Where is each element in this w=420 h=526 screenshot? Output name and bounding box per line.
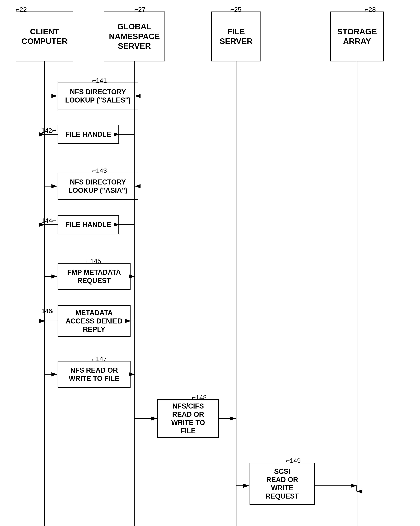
ref-27: ⌐27 xyxy=(134,6,146,13)
msg-141: NFS DIRECTORYLOOKUP ("SALES") xyxy=(58,82,138,110)
sequence-diagram: CLIENTCOMPUTER ⌐22 GLOBALNAMESPACESERVER… xyxy=(0,0,420,526)
ref-149: ⌐149 xyxy=(286,457,301,464)
msg-149: SCSIREAD ORWRITEREQUEST xyxy=(250,463,315,505)
ref-144: 144⌐ xyxy=(41,217,56,224)
ref-146: 146⌐ xyxy=(41,307,56,315)
msg-145: FMP METADATAREQUEST xyxy=(58,263,130,290)
entity-fileserver: FILESERVER xyxy=(211,11,261,61)
ref-22: ⌐22 xyxy=(16,6,27,13)
ref-142: 142⌐ xyxy=(41,127,56,134)
msg-148: NFS/CIFSREAD ORWRITE TOFILE xyxy=(157,399,219,438)
msg-142: FILE HANDLE xyxy=(58,125,119,144)
entity-client: CLIENTCOMPUTER xyxy=(16,11,73,61)
ref-143: ⌐143 xyxy=(92,167,107,174)
ref-148: ⌐148 xyxy=(192,394,207,401)
ref-28: ⌐28 xyxy=(365,6,376,13)
ref-141: ⌐141 xyxy=(92,77,107,84)
msg-144: FILE HANDLE xyxy=(58,215,119,234)
entity-storage: STORAGEARRAY xyxy=(330,11,384,61)
entity-gns: GLOBALNAMESPACESERVER xyxy=(104,11,165,61)
msg-146: METADATAACCESS DENIEDREPLY xyxy=(58,305,130,337)
ref-25: ⌐25 xyxy=(230,6,241,13)
msg-147: NFS READ ORWRITE TO FILE xyxy=(58,361,130,388)
msg-143: NFS DIRECTORYLOOKUP ("ASIA") xyxy=(58,173,138,200)
ref-147: ⌐147 xyxy=(92,355,107,363)
ref-145: ⌐145 xyxy=(86,257,101,265)
